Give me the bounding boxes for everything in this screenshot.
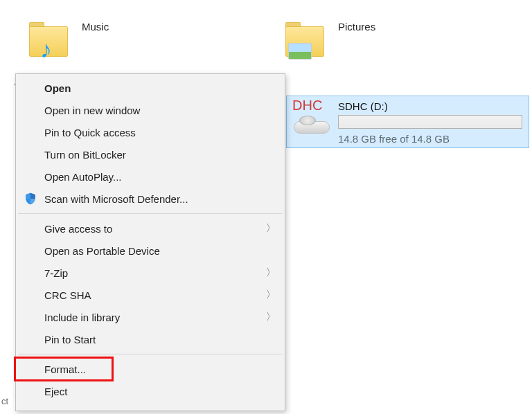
ctx-label: Turn on BitLocker [44,149,263,161]
ctx-item-crc-sha[interactable]: CRC SHA〉 [17,284,284,306]
ctx-label: Eject [44,386,263,397]
hc-letters: HC [302,98,322,113]
ctx-label: Open AutoPlay... [44,171,263,183]
ctx-label: Scan with Microsoft Defender... [44,193,263,205]
ctx-item-open-portable[interactable]: Open as Portable Device [17,240,284,262]
ctx-item-7zip[interactable]: 7-Zip〉 [17,262,284,284]
ctx-item-pin-start[interactable]: Pin to Start [17,328,284,350]
ctx-item-give-access[interactable]: Give access to〉 [17,217,284,240]
ctx-label: Give access to [44,223,263,235]
ctx-label: CRC SHA [44,289,263,301]
ctx-label: Open [44,82,263,94]
ctx-label: 7-Zip [44,267,263,279]
submenu-arrow-icon: 〉 [263,222,276,235]
folder-item-pictures[interactable]: Pictures [284,17,375,66]
drive-item-sdhc[interactable]: DHC SDHC (D:) 14.8 GB free of 14.8 GB [286,96,529,148]
ctx-item-pin-quick-access[interactable]: Pin to Quick access [17,121,284,143]
context-menu: Open Open in new window Pin to Quick acc… [15,73,285,411]
picture-thumb-icon [288,43,312,60]
ctx-separator [18,354,283,354]
submenu-arrow-icon: 〉 [263,289,276,301]
ctx-label: Include in library [44,312,263,323]
ctx-label: Format... [44,363,263,375]
drive-info: SDHC (D:) 14.8 GB free of 14.8 GB [338,100,523,143]
ctx-separator [18,213,283,214]
folder-label: Music [82,21,109,33]
ctx-item-bitlocker[interactable]: Turn on BitLocker [17,143,284,165]
ctx-item-autoplay[interactable]: Open AutoPlay... [17,165,284,188]
folder-icon-pictures [284,17,334,66]
drive-capacity-bar [338,115,522,129]
ctx-label: Open as Portable Device [44,245,263,257]
folder-item-music[interactable]: ♪ Music [28,17,109,66]
drive-title: SDHC (D:) [338,100,523,112]
ctx-item-include-library[interactable]: Include in library〉 [17,306,284,328]
ctx-label: Pin to Quick access [44,127,263,138]
folder-icon-music: ♪ [28,17,78,66]
folder-label: Pictures [338,21,375,33]
drive-free-text: 14.8 GB free of 14.8 GB [338,133,523,145]
ctx-item-open-new-window[interactable]: Open in new window [17,99,284,121]
shield-icon [24,192,44,206]
sd-letter: D [292,98,302,113]
submenu-arrow-icon: 〉 [263,267,276,279]
ctx-item-scan-defender[interactable]: Scan with Microsoft Defender... [17,188,284,210]
ctx-label: Open in new window [44,105,263,116]
ctx-item-format[interactable]: Format... [17,358,284,380]
ctx-item-eject[interactable]: Eject [17,380,284,402]
ctx-label: Pin to Start [44,334,263,345]
drive-icon: DHC [292,100,332,142]
music-note-icon: ♪ [40,36,52,63]
page-fragment-text: ct [1,396,8,406]
submenu-arrow-icon: 〉 [263,311,276,323]
ctx-item-open[interactable]: Open [17,77,284,99]
